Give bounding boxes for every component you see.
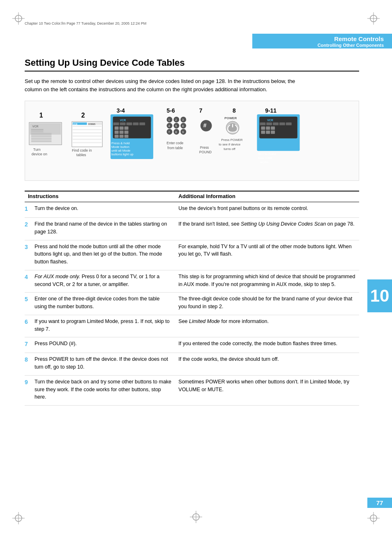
table-row: 1 Turn the device on. Use the device's f… xyxy=(25,202,359,218)
svg-rect-38 xyxy=(73,132,101,134)
svg-text:Turn: Turn xyxy=(33,148,41,152)
svg-text:Test to make: Test to make xyxy=(258,152,276,156)
col-header-additional: Additional Information xyxy=(175,191,359,202)
table-row: 7 Press POUND (#). If you entered the co… xyxy=(25,337,359,353)
svg-text:to see if device: to see if device xyxy=(219,143,240,146)
page-number: 77 xyxy=(376,499,383,506)
table-row: 3 Press and hold the mode button until a… xyxy=(25,240,359,270)
diagram-area: VCR 1 Turn device on VCR CODES xyxy=(25,101,359,181)
svg-text:VCR: VCR xyxy=(120,119,126,122)
table-row: 6 If you want to program Limited Mode, p… xyxy=(25,315,359,337)
svg-rect-114 xyxy=(266,127,270,130)
svg-rect-35 xyxy=(73,127,101,129)
svg-rect-117 xyxy=(266,131,270,134)
instruction-cell: 5 Enter one of the three-digit device co… xyxy=(25,293,175,315)
svg-rect-62 xyxy=(120,131,124,134)
instruction-text: Press POUND (#). xyxy=(35,340,77,348)
step-number: 6 xyxy=(25,318,32,326)
additional-cell: The three-digit device code should be fo… xyxy=(175,293,359,315)
svg-rect-42 xyxy=(73,139,101,140)
instruction-text: If you want to program Limited Mode, pre… xyxy=(35,318,172,333)
svg-rect-63 xyxy=(125,131,129,134)
svg-rect-113 xyxy=(261,127,265,130)
svg-text:2: 2 xyxy=(175,118,177,121)
chapter-number-box: 10 xyxy=(367,279,392,312)
svg-rect-24 xyxy=(31,140,52,141)
svg-text:Press: Press xyxy=(200,145,209,150)
step-number: 1 xyxy=(25,205,32,213)
svg-rect-21 xyxy=(31,135,52,136)
svg-text:8: 8 xyxy=(175,131,177,134)
svg-rect-22 xyxy=(31,136,52,137)
chapter-number: 10 xyxy=(370,286,390,306)
instruction-cell: 7 Press POUND (#). xyxy=(25,337,175,353)
corner-mark-bl xyxy=(12,512,25,524)
svg-rect-54 xyxy=(120,122,126,125)
additional-cell: If you entered the code correctly, the m… xyxy=(175,337,359,353)
svg-text:works: works xyxy=(260,160,269,164)
svg-text:4: 4 xyxy=(168,125,170,127)
instruction-text: Press POWER to turn off the device. If t… xyxy=(35,355,172,371)
svg-rect-53 xyxy=(113,122,119,125)
bottom-center-mark xyxy=(190,511,202,524)
svg-rect-34 xyxy=(73,126,101,127)
instruction-text: Find the brand name of the device in the… xyxy=(35,220,172,236)
svg-rect-64 xyxy=(115,135,119,138)
file-info: Chapter 10 Two Color.fm Page 77 Tuesday,… xyxy=(25,21,146,25)
svg-text:Press POWER: Press POWER xyxy=(221,138,243,142)
svg-text:POUND: POUND xyxy=(199,150,212,154)
step-number: 4 xyxy=(25,273,32,281)
instruction-text: For AUX mode only. Press 0 for a second … xyxy=(35,273,172,288)
instruction-cell: 8 Press POWER to turn off the device. If… xyxy=(25,353,175,376)
svg-text:POWER: POWER xyxy=(224,116,237,120)
svg-text:sure code: sure code xyxy=(258,156,272,160)
svg-text:until all Mode: until all Mode xyxy=(111,149,131,152)
table-row: 5 Enter one of the three-digit device co… xyxy=(25,293,359,315)
svg-text:9-11: 9-11 xyxy=(265,107,277,114)
svg-text:tables: tables xyxy=(76,153,86,157)
svg-text:8: 8 xyxy=(233,107,236,114)
instruction-cell: 4 For AUX mode only. Press 0 for a secon… xyxy=(25,270,175,293)
header-title: Remote Controls xyxy=(261,35,384,42)
svg-rect-37 xyxy=(73,131,101,132)
instruction-cell: 9 Turn the device back on and try some o… xyxy=(25,375,175,405)
svg-rect-112 xyxy=(286,122,292,125)
svg-text:7: 7 xyxy=(199,107,203,114)
step-number: 9 xyxy=(25,378,32,387)
instruction-text: Turn the device back on and try some oth… xyxy=(35,378,172,401)
page-heading: Setting Up Using Device Code Tables xyxy=(25,58,359,72)
svg-rect-116 xyxy=(261,131,265,134)
table-row: 2 Find the brand name of the device in t… xyxy=(25,218,359,240)
svg-text:VCR: VCR xyxy=(32,125,39,128)
instruction-cell: 3 Press and hold the mode button until a… xyxy=(25,240,175,270)
svg-rect-41 xyxy=(73,137,101,138)
instructions-table: Instructions Additional Information 1 Tu… xyxy=(25,191,359,406)
svg-rect-111 xyxy=(279,122,285,125)
instruction-cell: 2 Find the brand name of the device in t… xyxy=(25,218,175,240)
svg-rect-108 xyxy=(260,122,265,125)
svg-text:Find code in: Find code in xyxy=(72,148,92,152)
svg-rect-59 xyxy=(120,127,124,130)
header-subtitle: Controlling Other Components xyxy=(261,43,384,48)
svg-rect-40 xyxy=(73,136,101,137)
instruction-text: Press and hold the mode button until all… xyxy=(35,243,172,266)
instruction-text: Enter one of the three-digit device code… xyxy=(35,295,172,311)
svg-text:5: 5 xyxy=(175,125,177,127)
svg-rect-61 xyxy=(115,131,119,134)
svg-rect-44 xyxy=(73,142,101,143)
svg-rect-57 xyxy=(139,122,145,125)
svg-text:buttons light up: buttons light up xyxy=(111,152,134,156)
svg-text:7: 7 xyxy=(168,131,170,134)
svg-text:1: 1 xyxy=(39,112,43,119)
svg-rect-25 xyxy=(31,141,52,142)
svg-rect-60 xyxy=(125,127,129,130)
svg-rect-19 xyxy=(31,131,44,132)
svg-text:turns off: turns off xyxy=(224,147,235,151)
svg-text:VCR: VCR xyxy=(267,119,273,122)
table-row: 4 For AUX mode only. Press 0 for a secon… xyxy=(25,270,359,293)
intro-text: Set up the remote to control other devic… xyxy=(25,77,304,93)
svg-text:Enter code: Enter code xyxy=(167,141,184,145)
page-number-box: 77 xyxy=(367,498,392,508)
step-number: 7 xyxy=(25,340,32,348)
svg-rect-55 xyxy=(127,122,132,125)
